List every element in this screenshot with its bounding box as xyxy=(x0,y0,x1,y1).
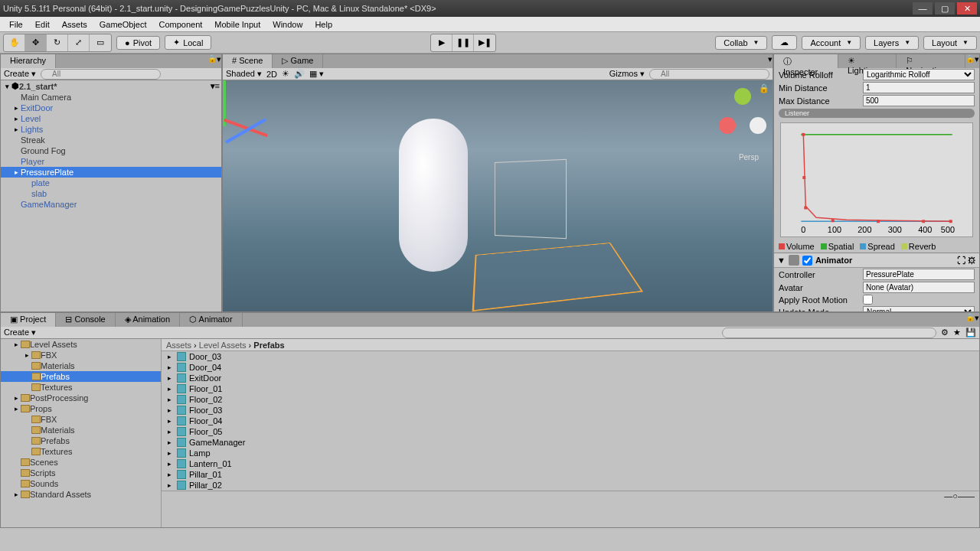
slider-handle[interactable]: —○—— xyxy=(944,491,975,501)
asset-item[interactable]: ▸Floor_04 xyxy=(162,416,979,426)
lighting-icon[interactable]: ☀ xyxy=(282,69,289,79)
menu-edit[interactable]: Edit xyxy=(29,18,56,31)
asset-item[interactable]: ▸Door_04 xyxy=(162,362,979,373)
lock-icon[interactable]: 🔒 xyxy=(207,54,217,68)
favorite-icon[interactable]: ★ xyxy=(953,328,961,337)
scene-view[interactable]: Persp 🔒 xyxy=(223,80,773,311)
hierarchy-item[interactable]: GameManager xyxy=(1,199,221,210)
asset-item[interactable]: ▸Lamp xyxy=(162,448,979,458)
breadcrumb[interactable]: Assets › Level Assets › Prefabs xyxy=(162,339,979,351)
asset-item[interactable]: ▸Floor_02 xyxy=(162,394,979,405)
hierarchy-search[interactable] xyxy=(41,69,161,80)
rect-tool[interactable]: ▭ xyxy=(90,34,111,51)
hierarchy-item[interactable]: Ground Fog xyxy=(1,145,221,156)
menu-help[interactable]: Help xyxy=(309,18,338,31)
asset-item[interactable]: ▸Lantern_01 xyxy=(162,458,979,469)
asset-item[interactable]: ▸ExitDoor xyxy=(162,373,979,383)
asset-item[interactable]: ▸Pillar_01 xyxy=(162,469,979,480)
folder-item[interactable]: Materials xyxy=(1,425,161,435)
hierarchy-item[interactable]: Main Camera xyxy=(1,92,221,103)
pivot-toggle[interactable]: ● Pivot xyxy=(116,36,160,50)
persp-label[interactable]: Persp xyxy=(739,153,759,161)
scene-search[interactable] xyxy=(649,69,769,80)
folder-item[interactable]: ▸ FBX xyxy=(1,350,161,360)
folder-item[interactable]: Textures xyxy=(1,382,161,393)
folder-item[interactable]: ▸ PostProcessing xyxy=(1,393,161,403)
close-button[interactable]: ✕ xyxy=(957,2,977,15)
min-distance-input[interactable] xyxy=(863,82,975,93)
cloud-button[interactable]: ☁ xyxy=(772,35,797,50)
folder-item[interactable]: ▸ Level Assets xyxy=(1,339,161,350)
gizmos-dropdown[interactable]: Gizmos ▾ xyxy=(609,69,645,79)
controller-field[interactable] xyxy=(863,269,975,280)
folder-item[interactable]: Prefabs xyxy=(1,371,161,382)
console-tab[interactable]: ⊟ Console xyxy=(56,313,115,327)
layout-dropdown[interactable]: Layout▼ xyxy=(923,36,977,50)
game-tab[interactable]: ▷ Game xyxy=(273,54,323,68)
update-mode-select[interactable]: Normal xyxy=(863,306,975,312)
panel-menu-icon[interactable]: ▾ xyxy=(975,54,979,68)
fx-icon[interactable]: ▦ ▾ xyxy=(309,69,324,79)
folder-item[interactable]: ▸ Standard Assets xyxy=(1,489,161,500)
mode-2d-toggle[interactable]: 2D xyxy=(266,70,277,79)
maximize-button[interactable]: ▢ xyxy=(935,2,955,15)
hierarchy-item[interactable]: ▸ExitDoor xyxy=(1,103,221,113)
max-distance-input[interactable] xyxy=(863,95,975,106)
axis-z-cone[interactable] xyxy=(750,117,766,134)
panel-menu-icon[interactable]: ▾ xyxy=(975,313,979,327)
axis-y-cone[interactable] xyxy=(734,88,751,105)
hierarchy-item[interactable]: ▸PressurePlate xyxy=(1,167,221,178)
axis-x-cone[interactable] xyxy=(719,117,736,134)
asset-item[interactable]: ▸Pillar_02 xyxy=(162,480,979,491)
hierarchy-item[interactable]: ▸Lights xyxy=(1,124,221,135)
hierarchy-tab[interactable]: Hierarchy xyxy=(1,54,56,68)
animator-component[interactable]: ▼Animator⛶ ⚙ xyxy=(774,253,979,268)
asset-item[interactable]: ▸Floor_03 xyxy=(162,405,979,416)
panel-menu-icon[interactable]: ▾ xyxy=(217,54,221,68)
volume-rolloff-select[interactable]: Logarithmic Rolloff xyxy=(863,69,975,80)
menu-mobile-input[interactable]: Mobile Input xyxy=(208,18,266,31)
hierarchy-create[interactable]: Create ▾ xyxy=(4,69,36,79)
folder-item[interactable]: Materials xyxy=(1,360,161,371)
lock-icon[interactable]: 🔒 xyxy=(965,313,975,327)
apply-root-checkbox[interactable] xyxy=(863,295,873,305)
folder-item[interactable]: Sounds xyxy=(1,478,161,489)
folder-item[interactable]: FBX xyxy=(1,414,161,425)
inspector-tab[interactable]: ⓘ Inspector xyxy=(774,54,838,68)
rotate-tool[interactable]: ↻ xyxy=(47,34,68,51)
asset-item[interactable]: ▸Floor_05 xyxy=(162,426,979,437)
asset-item[interactable]: ▸Floor_01 xyxy=(162,383,979,394)
animator-tab[interactable]: ⬡ Animator xyxy=(180,313,242,327)
project-search[interactable] xyxy=(722,328,936,338)
folder-item[interactable]: ▸ Props xyxy=(1,403,161,414)
filter-icon[interactable]: ⚙ xyxy=(941,328,949,337)
hierarchy-item[interactable]: slab xyxy=(1,188,221,199)
save-icon[interactable]: 💾 xyxy=(965,328,976,337)
project-create[interactable]: Create ▾ xyxy=(4,328,36,337)
scene-lock-icon[interactable]: 🔒 xyxy=(759,83,769,93)
step-button[interactable]: ▶❚ xyxy=(474,34,495,51)
shading-dropdown[interactable]: Shaded ▾ xyxy=(226,69,262,79)
scene-row[interactable]: ▾⬢ 2.1_start* ▾≡ xyxy=(1,80,221,92)
scale-tool[interactable]: ⤢ xyxy=(68,34,90,51)
asset-item[interactable]: ▸GameManager xyxy=(162,437,979,448)
animator-enabled[interactable] xyxy=(802,256,812,266)
collab-dropdown[interactable]: Collab▼ xyxy=(715,36,767,50)
move-tool[interactable]: ✥ xyxy=(25,34,47,51)
folder-item[interactable]: Scenes xyxy=(1,457,161,468)
lock-icon[interactable]: 🔒 xyxy=(965,54,975,68)
animation-tab[interactable]: ◈ Animation xyxy=(116,313,180,327)
folder-item[interactable]: Textures xyxy=(1,446,161,457)
menu-window[interactable]: Window xyxy=(266,18,309,31)
folder-item[interactable]: Prefabs xyxy=(1,435,161,446)
rolloff-curve[interactable]: 0100200300400500 xyxy=(780,122,973,237)
hierarchy-item[interactable]: plate xyxy=(1,178,221,188)
local-toggle[interactable]: ✦ Local xyxy=(165,35,211,50)
menu-component[interactable]: Component xyxy=(152,18,208,31)
folder-item[interactable]: Scripts xyxy=(1,468,161,478)
asset-item[interactable]: ▸Door_03 xyxy=(162,351,979,362)
minimize-button[interactable]: — xyxy=(913,2,933,15)
menu-gameobject[interactable]: GameObject xyxy=(93,18,153,31)
play-button[interactable]: ▶ xyxy=(431,34,452,51)
account-dropdown[interactable]: Account▼ xyxy=(802,36,861,50)
